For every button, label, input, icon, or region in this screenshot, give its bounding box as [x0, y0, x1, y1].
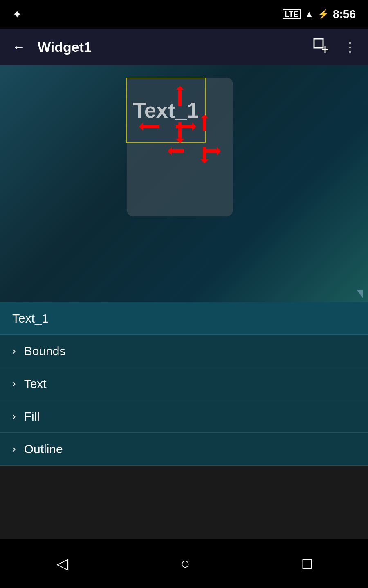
lte-badge: LTE: [283, 9, 301, 19]
app-bar-left: ← Widget1: [8, 36, 92, 59]
prop-label-outline: Outline: [24, 442, 63, 456]
battery-icon: ⚡: [318, 9, 329, 20]
nav-recents-button[interactable]: □: [296, 549, 318, 579]
app-bar: ← Widget1 ⋮: [0, 29, 368, 65]
prop-label-text: Text: [24, 377, 47, 391]
svg-rect-0: [314, 39, 323, 48]
prop-row-fill[interactable]: › Fill: [0, 400, 368, 433]
nav-bar: ◁ ○ □: [0, 539, 368, 588]
time-display: 8:56: [333, 8, 356, 21]
signal-icon: ▲: [305, 9, 314, 20]
chevron-text-icon: ›: [12, 377, 16, 390]
properties-header-title: Text_1: [12, 312, 48, 325]
more-options-button[interactable]: ⋮: [340, 36, 360, 58]
prop-row-outline[interactable]: › Outline: [0, 433, 368, 466]
canvas-area[interactable]: Text_1: [0, 65, 368, 302]
status-bar-right: LTE ▲ ⚡ 8:56: [283, 8, 356, 21]
prop-label-bounds: Bounds: [24, 344, 66, 358]
status-bar: ✦ LTE ▲ ⚡ 8:56: [0, 0, 368, 29]
prop-row-bounds[interactable]: › Bounds: [0, 335, 368, 368]
text-widget-selected[interactable]: Text_1: [126, 78, 206, 143]
chevron-bounds-icon: ›: [12, 345, 16, 357]
status-bar-left: ✦: [12, 8, 22, 21]
nav-home-button[interactable]: ○: [175, 549, 196, 579]
prop-row-text[interactable]: › Text: [0, 368, 368, 400]
text-widget-label: Text_1: [133, 98, 199, 122]
chevron-outline-icon: ›: [12, 443, 16, 455]
properties-panel: Text_1 › Bounds › Text › Fill › Outline: [0, 302, 368, 466]
prop-label-fill: Fill: [24, 410, 40, 423]
properties-header[interactable]: Text_1: [0, 302, 368, 335]
back-button[interactable]: ←: [8, 36, 29, 59]
app-bar-right: ⋮: [310, 35, 360, 60]
magic-icon: ✦: [12, 8, 22, 21]
add-widget-button[interactable]: [310, 35, 332, 60]
nav-back-button[interactable]: ◁: [50, 548, 74, 579]
header-triangle-indicator: [357, 290, 363, 298]
chevron-fill-icon: ›: [12, 410, 16, 423]
app-title: Widget1: [38, 39, 92, 55]
